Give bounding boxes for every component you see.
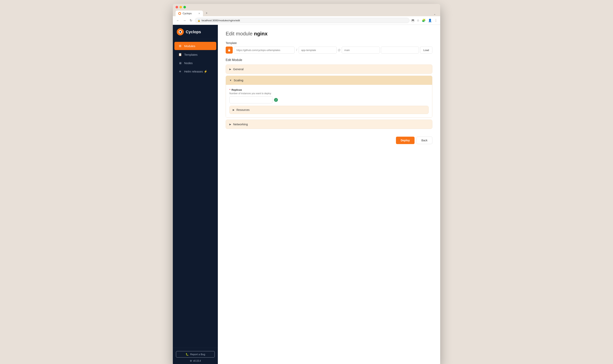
template-lock-button[interactable] <box>226 47 233 53</box>
sidebar-header: Cyclops <box>173 25 218 39</box>
report-bug-label: Report a Bug <box>190 353 205 356</box>
edit-module-title: Edit Module <box>226 58 432 62</box>
svg-rect-4 <box>228 50 230 52</box>
back-nav-button[interactable]: ← <box>176 18 180 23</box>
lock-icon <box>228 49 231 52</box>
accordion-networking: ▶ Networking <box>226 120 432 129</box>
template-section-label: Template <box>226 41 432 45</box>
load-button-label: Load <box>423 49 429 52</box>
replicas-input[interactable]: 2 <box>229 96 272 104</box>
version-number: v0.15.4 <box>193 360 201 362</box>
version-display: ⚙ v0.15.4 <box>176 360 215 362</box>
sidebar-item-helm-label: Helm releases ⚡ <box>184 70 207 73</box>
accordion-general-label: General <box>233 67 244 71</box>
tab-dropdown-button[interactable]: ⌄ <box>432 12 437 16</box>
sidebar-item-nodes[interactable]: 🖥 Nodes <box>174 59 216 67</box>
sidebar-item-nodes-label: Nodes <box>184 61 192 65</box>
app-name: Cyclops <box>186 30 201 34</box>
browser-window: Cyclops ✕ + ⌄ ← → ↻ 🔒 localhost:3000/mod… <box>173 4 440 364</box>
github-icon: ⚙ <box>190 360 192 362</box>
template-path-input[interactable] <box>299 47 337 53</box>
tab-close-button[interactable]: ✕ <box>198 12 200 15</box>
grid-icon: ⊞ <box>178 44 182 48</box>
deploy-button[interactable]: Deploy <box>396 137 415 144</box>
traffic-light-green[interactable] <box>183 6 186 8</box>
server-icon: 🖥 <box>178 61 182 65</box>
sidebar-item-helm-releases[interactable]: ✳ Helm releases ⚡ <box>174 67 216 76</box>
menu-icon[interactable]: ⋮ <box>434 19 437 22</box>
address-url: localhost:3000/modules/nginx/edit <box>202 19 240 22</box>
sidebar-item-modules[interactable]: ⊞ Modules <box>174 42 216 50</box>
accordion-scaling-content: * Replicas Number of instances you want … <box>226 85 432 117</box>
page-title-prefix: Edit module <box>226 31 254 37</box>
field-replicas: * Replicas Number of instances you want … <box>229 88 429 104</box>
browser-toolbar: ← → ↻ 🔒 localhost:3000/modules/nginx/edi… <box>173 16 440 25</box>
template-hash-input[interactable]: ab27568 <box>381 47 419 53</box>
replicas-description: Number of instances you want to deploy <box>229 92 429 95</box>
accordion-scaling: ▼ Scaling * Replicas Number of instances… <box>226 76 432 118</box>
traffic-lights <box>176 6 437 8</box>
accordion-scaling-label: Scaling <box>234 78 243 82</box>
chevron-right-icon: ▶ <box>229 68 231 71</box>
required-marker: * <box>229 88 230 91</box>
file-icon: 📋 <box>178 53 182 56</box>
profile-icon[interactable]: 👤 <box>428 19 432 22</box>
replicas-label-text: Replicas <box>232 88 242 91</box>
nested-accordion-resources-header[interactable]: ▶ Resources <box>230 106 428 114</box>
app-layout: Cyclops ⊞ Modules 📋 Templates 🖥 Nodes ✳ <box>173 25 440 364</box>
address-bar[interactable]: 🔒 localhost:3000/modules/nginx/edit <box>195 18 409 23</box>
networking-chevron-right-icon: ▶ <box>229 123 231 126</box>
accordion-general: ▶ General <box>226 65 432 74</box>
back-button-label: Back <box>421 139 427 142</box>
valid-checkmark-icon: ✓ <box>274 98 278 102</box>
action-row: Deploy Back <box>226 133 432 144</box>
extensions-icon[interactable]: 🧩 <box>422 19 426 22</box>
browser-tabs-row: Cyclops ✕ + ⌄ <box>176 10 437 16</box>
sidebar-footer: 🐛 Report a Bug ⚙ v0.15.4 <box>173 348 218 364</box>
sidebar: Cyclops ⊞ Modules 📋 Templates 🖥 Nodes ✳ <box>173 25 218 364</box>
report-bug-button[interactable]: 🐛 Report a Bug <box>176 351 215 358</box>
template-separator: / <box>296 48 297 52</box>
forward-nav-button[interactable]: → <box>182 18 187 23</box>
sidebar-item-templates[interactable]: 📋 Templates <box>174 51 216 59</box>
nested-chevron-right-icon: ▶ <box>233 108 234 111</box>
sidebar-item-modules-label: Modules <box>184 44 195 48</box>
accordion-networking-header[interactable]: ▶ Networking <box>226 120 432 129</box>
accordion-scaling-header[interactable]: ▼ Scaling <box>226 76 432 85</box>
reload-button[interactable]: ↻ <box>189 18 193 23</box>
page-title: Edit module nginx <box>226 31 432 37</box>
traffic-light-red[interactable] <box>176 6 178 8</box>
bug-icon: 🐛 <box>186 353 189 356</box>
svg-point-0 <box>179 13 180 14</box>
replicas-label: * Replicas <box>229 88 429 91</box>
sidebar-nav: ⊞ Modules 📋 Templates 🖥 Nodes ✳ Helm rel… <box>173 39 218 348</box>
tab-title: Cyclops <box>183 12 192 15</box>
template-ref-input[interactable] <box>342 47 380 53</box>
browser-tab-active[interactable]: Cyclops ✕ <box>176 11 203 16</box>
page-title-module: nginx <box>254 31 268 37</box>
nested-accordion-resources: ▶ Resources <box>229 106 429 114</box>
template-at-symbol: @ <box>338 49 341 52</box>
accordion-general-header[interactable]: ▶ General <box>226 65 432 74</box>
bookmark-icon[interactable]: ☆ <box>417 19 420 22</box>
template-row: / @ ab27568 Load <box>226 47 432 53</box>
svg-point-3 <box>179 31 181 33</box>
tab-favicon <box>178 12 181 15</box>
back-button[interactable]: Back <box>417 137 432 144</box>
sidebar-item-templates-label: Templates <box>184 53 197 56</box>
accordion-networking-label: Networking <box>233 123 248 126</box>
new-tab-button[interactable]: + <box>204 10 209 16</box>
load-button[interactable]: Load <box>420 47 432 53</box>
browser-titlebar: Cyclops ✕ + ⌄ <box>173 4 440 16</box>
cyclops-logo-icon <box>177 28 184 35</box>
nested-accordion-resources-label: Resources <box>236 108 249 111</box>
deploy-button-label: Deploy <box>401 139 410 142</box>
address-lock-icon: 🔒 <box>197 19 200 22</box>
helm-icon: ✳ <box>178 70 182 73</box>
traffic-light-yellow[interactable] <box>179 6 182 8</box>
replicas-input-row: 2 ✓ <box>229 96 429 104</box>
cast-icon[interactable]: ⬒ <box>411 19 414 22</box>
toolbar-actions: ⬒ ☆ 🧩 👤 ⋮ <box>411 19 437 22</box>
template-url-input[interactable] <box>234 47 295 53</box>
chevron-down-icon: ▼ <box>229 79 232 82</box>
